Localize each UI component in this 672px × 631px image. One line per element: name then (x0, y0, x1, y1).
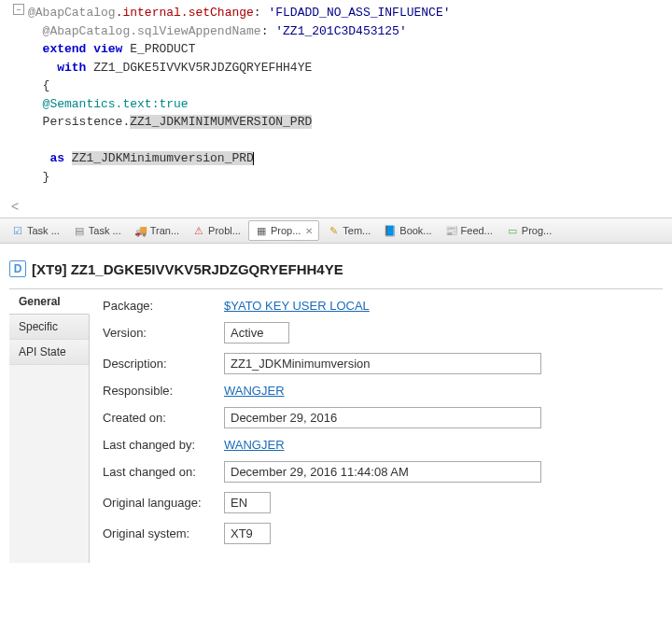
label-description: Description: (103, 357, 224, 371)
tab-properties[interactable]: ▦ Prop... ✕ (248, 220, 319, 241)
title-prefix: [XT9] (32, 261, 71, 277)
bookmarks-icon: 📘 (384, 224, 397, 237)
tab-label: Book... (399, 225, 431, 236)
row-package: Package: $YATO KEY USER LOCAL (103, 299, 650, 313)
input-description[interactable] (224, 353, 541, 374)
label-responsible: Responsible: (103, 384, 224, 398)
properties-title: D [XT9] ZZ1_DGKE5IVVKV5RJDZGQRYEFHH4YE (9, 257, 663, 288)
text-cursor (253, 152, 254, 165)
string-literal: 'FLDADD_NO_ASS_INFLUENCE' (268, 6, 450, 20)
tasks-icon: ☑ (11, 224, 24, 237)
close-icon[interactable]: ✕ (303, 226, 313, 236)
data-def-icon: D (9, 260, 26, 277)
highlighted-identifier: ZZ1_JDKMINIMUMVERSION_PRD (130, 115, 312, 129)
brace: } (43, 170, 50, 184)
input-version[interactable] (224, 322, 289, 344)
input-origlang[interactable] (224, 492, 271, 513)
transport-icon: 🚚 (134, 224, 147, 237)
label-origsys: Original system: (103, 526, 224, 540)
templates-icon: ✎ (327, 224, 340, 237)
annotation: @AbapCatalog.sqlViewAppendName (43, 24, 261, 38)
row-description: Description: (103, 353, 650, 374)
input-origsys[interactable] (224, 523, 271, 544)
label-version: Version: (103, 326, 224, 340)
label-lastchangedon: Last changed on: (103, 465, 224, 479)
annotation-method: .internal.setChange (116, 6, 254, 20)
tab-tasks[interactable]: ☑ Task ... (6, 221, 65, 240)
keyword: extend view (43, 42, 123, 56)
code-text: E_PRODUCT (122, 42, 195, 56)
tab-bookmarks[interactable]: 📘 Book... (378, 221, 437, 240)
tab-tasks2[interactable]: ▤ Task ... (67, 221, 127, 240)
input-lastchangedon[interactable] (224, 461, 541, 483)
tab-label: Prog... (522, 225, 552, 236)
row-origsys: Original system: (103, 523, 650, 544)
input-createdon[interactable] (224, 407, 541, 428)
tab-feed[interactable]: 📰 Feed... (440, 221, 498, 240)
string-literal: 'ZZ1_201C3D453125' (275, 24, 406, 38)
tab-label: Tem... (343, 225, 371, 236)
tab-transport[interactable]: 🚚 Tran... (129, 221, 185, 240)
row-lastchangedby: Last changed by: WANGJER (103, 438, 650, 452)
highlighted-identifier: ZZ1_JDKMinimumversion_PRD (72, 151, 254, 165)
semantics-annotation: @Semantics.text:true (43, 97, 189, 111)
view-tabs-bar: ☑ Task ... ▤ Task ... 🚚 Tran... ⚠ Probl.… (0, 217, 672, 244)
tab-templates[interactable]: ✎ Tem... (321, 221, 376, 240)
label-origlang: Original language: (103, 496, 224, 510)
properties-side-tabs: General Specific API State (9, 289, 90, 563)
annotation: @AbapCatalog (28, 6, 116, 20)
sidetab-general[interactable]: General (9, 289, 90, 315)
tab-label: Task ... (27, 225, 60, 236)
properties-panel: D [XT9] ZZ1_DGKE5IVVKV5RJDZGQRYEFHH4YE G… (0, 244, 672, 563)
tab-label: Task ... (89, 225, 121, 236)
row-version: Version: (103, 322, 650, 344)
link-responsible[interactable]: WANGJER (224, 384, 285, 398)
tasklist-icon: ▤ (73, 224, 86, 237)
row-lastchangedon: Last changed on: (103, 461, 650, 483)
tab-progress[interactable]: ▭ Prog... (500, 221, 557, 240)
sidetab-apistate[interactable]: API State (9, 340, 89, 365)
row-origlang: Original language: (103, 492, 650, 513)
link-package[interactable]: $YATO KEY USER LOCAL (224, 299, 370, 313)
tab-label: Prop... (271, 225, 301, 236)
tab-label: Tran... (150, 225, 179, 236)
code-text: ZZ1_DGKE5IVVKV5RJDZGQRYEFHH4YE (86, 61, 312, 75)
tab-label: Feed... (461, 225, 493, 236)
row-responsible: Responsible: WANGJER (103, 384, 650, 398)
properties-form: Package: $YATO KEY USER LOCAL Version: D… (90, 289, 663, 563)
tab-label: Probl... (208, 225, 241, 236)
label-package: Package: (103, 299, 224, 313)
code-block: @AbapCatalog.internal.setChange: 'FLDADD… (28, 4, 663, 186)
title-name: ZZ1_DGKE5IVVKV5RJDZGQRYEFHH4YE (71, 261, 343, 277)
code-editor[interactable]: − @AbapCatalog.internal.setChange: 'FLDA… (0, 0, 672, 195)
label-createdon: Created on: (103, 411, 224, 425)
properties-body: General Specific API State Package: $YAT… (9, 288, 663, 563)
problems-icon: ⚠ (192, 224, 205, 237)
fold-minus-icon[interactable]: − (13, 4, 24, 15)
progress-icon: ▭ (506, 224, 519, 237)
code-text: Persistence. (43, 115, 131, 129)
tab-problems[interactable]: ⚠ Probl... (187, 221, 246, 240)
code-text: : (254, 6, 269, 20)
row-createdon: Created on: (103, 407, 650, 428)
scroll-left-icon[interactable]: < (0, 195, 672, 217)
keyword: as (43, 151, 64, 165)
label-lastchangedby: Last changed by: (103, 438, 224, 452)
feed-icon: 📰 (445, 224, 458, 237)
code-text: : (261, 24, 276, 38)
keyword: with (43, 61, 87, 75)
code-text (64, 151, 72, 165)
properties-icon: ▦ (255, 224, 268, 237)
link-lastchangedby[interactable]: WANGJER (224, 438, 285, 452)
sidetab-specific[interactable]: Specific (9, 315, 89, 340)
brace: { (43, 78, 50, 92)
